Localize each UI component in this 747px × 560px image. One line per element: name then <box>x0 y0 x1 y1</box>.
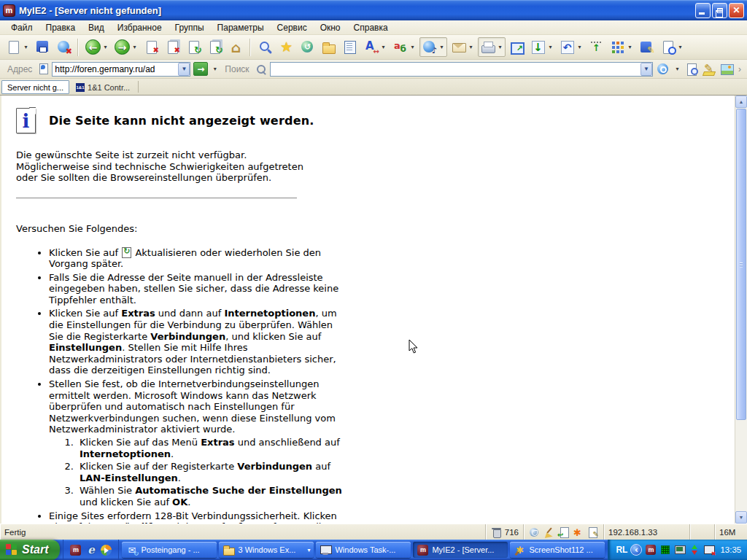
web-media-dropdown[interactable] <box>438 39 446 55</box>
translate-icon <box>392 39 409 55</box>
scroll-down-button[interactable]: ▼ <box>735 511 747 524</box>
print-button[interactable] <box>478 37 506 57</box>
download-button[interactable] <box>528 37 556 57</box>
home-button[interactable] <box>226 37 246 57</box>
go-dropdown[interactable] <box>211 61 219 77</box>
schedule-button[interactable] <box>658 37 686 57</box>
info-page-icon <box>16 108 36 133</box>
myie2-icon <box>417 544 429 556</box>
tray-hide-chevron-icon[interactable] <box>630 544 642 556</box>
tiles-dropdown[interactable] <box>626 39 634 55</box>
images-icon[interactable] <box>719 62 734 77</box>
new-page-icon <box>5 39 22 55</box>
form-fill-button[interactable] <box>637 37 657 57</box>
history-button[interactable] <box>298 37 317 57</box>
taskbtn-windows-explorer-group[interactable]: 3 Windows Ex... ▾ <box>219 542 314 558</box>
language-indicator[interactable]: RL <box>616 545 627 555</box>
folders-button[interactable] <box>319 37 338 57</box>
search-button[interactable] <box>255 37 275 57</box>
scrollbar-thumb[interactable] <box>736 109 746 420</box>
back-dropdown[interactable] <box>101 39 109 55</box>
highlighter-icon[interactable] <box>702 62 716 77</box>
address-dropdown[interactable]: ▼ <box>178 63 190 76</box>
tray-myie2-icon[interactable] <box>645 544 657 556</box>
external-window-button[interactable] <box>507 37 527 57</box>
web-search-icon[interactable] <box>656 62 670 77</box>
web-search-dropdown[interactable] <box>673 61 681 77</box>
restore-button[interactable] <box>712 3 727 18</box>
tab-1und1-control[interactable]: 1&1 1&1 Contr... <box>71 80 135 94</box>
schedule-dropdown[interactable] <box>676 39 684 55</box>
menu-item-3[interactable]: Избранное <box>111 21 169 34</box>
tray-updown-icon[interactable] <box>689 544 700 556</box>
quicklaunch-wmp-icon[interactable] <box>100 544 112 556</box>
myie2-logo-icon: m <box>3 4 15 17</box>
page-edit-icon[interactable] <box>587 526 599 538</box>
trash-panel[interactable]: 716 <box>486 524 524 540</box>
ad-blast-icon[interactable] <box>572 526 584 538</box>
forward-button[interactable] <box>112 37 140 57</box>
favorites-button[interactable] <box>276 37 296 57</box>
vertical-scrollbar[interactable]: ▲ ▼ <box>735 96 747 524</box>
quicklaunch-myie2-icon[interactable] <box>69 544 82 556</box>
go-button[interactable]: → <box>193 62 208 76</box>
mail-dropdown[interactable] <box>467 39 475 55</box>
page-zoom-icon[interactable] <box>684 62 699 77</box>
refresh-button[interactable] <box>184 37 204 57</box>
print-dropdown[interactable] <box>496 39 504 55</box>
translate-button[interactable] <box>390 37 418 57</box>
font-size-dropdown[interactable] <box>379 39 387 55</box>
stop-all-button[interactable] <box>163 37 182 57</box>
menu-item-2[interactable]: Вид <box>82 21 111 34</box>
tray-led-grid-icon[interactable] <box>659 544 671 556</box>
font-size-button[interactable] <box>361 37 389 57</box>
new-page-button[interactable] <box>4 37 31 57</box>
new-page-dropdown[interactable] <box>22 39 30 55</box>
menu-item-4[interactable]: Группы <box>169 21 211 34</box>
close-button[interactable]: ✕ <box>729 3 744 18</box>
search-dropdown[interactable]: ▼ <box>640 63 652 76</box>
scrollbar-track[interactable] <box>735 421 747 511</box>
undo-button[interactable] <box>557 37 585 57</box>
broom-icon[interactable] <box>543 526 555 538</box>
save-button[interactable] <box>33 37 53 57</box>
taskbtn-myie2[interactable]: MyIE2 - [Server... <box>413 542 508 558</box>
mail-button[interactable] <box>449 37 476 57</box>
taskbtn-screenshot[interactable]: ScreenShot112 ... <box>510 542 605 558</box>
notepad-button[interactable] <box>340 37 360 57</box>
globe-stop-button[interactable] <box>54 37 74 57</box>
taskbtn-windows-task[interactable]: Windows Task-... <box>316 542 411 558</box>
to-top-button[interactable] <box>587 37 606 57</box>
address-input[interactable] <box>53 64 178 74</box>
minimize-button[interactable] <box>695 3 711 18</box>
menu-item-1[interactable]: Правка <box>39 21 82 34</box>
refresh-all-button[interactable] <box>205 37 225 57</box>
swirl-icon[interactable] <box>528 526 541 538</box>
stop-button[interactable] <box>142 37 161 57</box>
scroll-up-button[interactable]: ▲ <box>735 96 747 108</box>
menu-item-6[interactable]: Сервис <box>271 21 314 34</box>
start-button[interactable]: Start <box>0 540 60 560</box>
download-dropdown[interactable] <box>546 39 554 55</box>
tray-monitor-green-icon[interactable] <box>674 544 686 556</box>
undo-dropdown[interactable] <box>576 39 584 55</box>
web-media-button[interactable] <box>419 37 447 57</box>
menu-item-7[interactable]: Окно <box>314 21 347 34</box>
tiles-button[interactable] <box>608 37 635 57</box>
quicklaunch-ie-icon[interactable] <box>85 544 97 556</box>
tray-monitor-x-icon[interactable] <box>703 544 715 556</box>
tab-server-nicht-gefunden[interactable]: Server nicht g... <box>1 80 69 94</box>
search-input-wrap: ▼ <box>270 62 653 77</box>
menu-item-5[interactable]: Параметры <box>211 21 271 34</box>
overflow-chevron-icon[interactable]: › <box>737 64 743 74</box>
menu-item-8[interactable]: Справка <box>347 21 395 34</box>
translate-dropdown[interactable] <box>409 39 417 55</box>
forward-dropdown[interactable] <box>131 39 139 55</box>
menu-item-0[interactable]: Файл <box>4 21 39 34</box>
search-input[interactable] <box>271 64 640 74</box>
tab-label: 1&1 Contr... <box>88 83 130 92</box>
back-button[interactable] <box>83 37 111 57</box>
to-top-icon <box>588 39 605 55</box>
taskbtn-posteingang[interactable]: Posteingang - ... <box>122 542 217 558</box>
import-page-icon[interactable] <box>557 526 570 538</box>
